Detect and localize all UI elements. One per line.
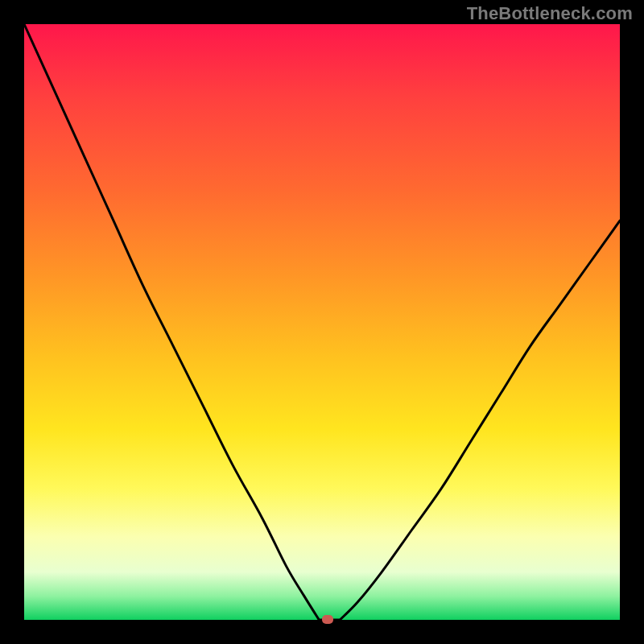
chart-frame: TheBottleneck.com <box>0 0 644 644</box>
plot-area <box>24 24 620 620</box>
optimal-point-marker <box>322 615 333 624</box>
curve-svg <box>24 24 620 620</box>
watermark-text: TheBottleneck.com <box>467 3 633 24</box>
bottleneck-curve-path <box>24 24 620 620</box>
